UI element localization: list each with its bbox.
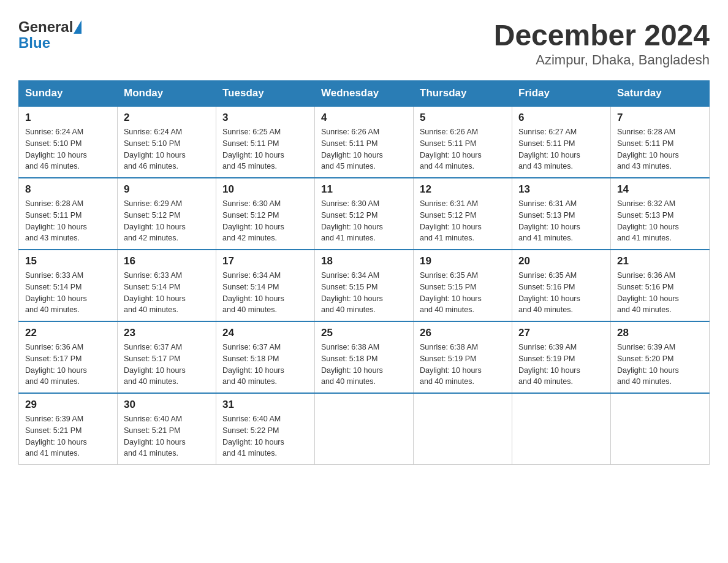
title-section: December 2024 Azimpur, Dhaka, Bangladesh [494, 18, 710, 68]
day-number: 28 [617, 327, 703, 339]
day-number: 19 [420, 255, 506, 267]
calendar-cell: 20 Sunrise: 6:35 AM Sunset: 5:16 PM Dayl… [512, 250, 611, 321]
calendar-subtitle: Azimpur, Dhaka, Bangladesh [494, 52, 710, 68]
week-row-4: 22 Sunrise: 6:36 AM Sunset: 5:17 PM Dayl… [19, 321, 710, 393]
day-number: 4 [321, 112, 407, 124]
week-row-2: 8 Sunrise: 6:28 AM Sunset: 5:11 PM Dayli… [19, 178, 710, 250]
day-info: Sunrise: 6:39 AM Sunset: 5:21 PM Dayligh… [25, 413, 111, 459]
calendar-cell: 15 Sunrise: 6:33 AM Sunset: 5:14 PM Dayl… [19, 250, 118, 321]
day-info: Sunrise: 6:37 AM Sunset: 5:18 PM Dayligh… [222, 342, 308, 388]
weekday-header-saturday: Saturday [611, 81, 710, 107]
day-number: 15 [25, 255, 111, 267]
day-number: 11 [321, 183, 407, 196]
day-info: Sunrise: 6:40 AM Sunset: 5:22 PM Dayligh… [222, 413, 308, 459]
calendar-cell: 7 Sunrise: 6:28 AM Sunset: 5:11 PM Dayli… [611, 106, 710, 178]
logo-blue-text: Blue [18, 34, 50, 52]
day-info: Sunrise: 6:24 AM Sunset: 5:10 PM Dayligh… [25, 126, 111, 172]
day-info: Sunrise: 6:33 AM Sunset: 5:14 PM Dayligh… [25, 270, 111, 316]
day-number: 1 [25, 112, 111, 124]
weekday-header-sunday: Sunday [19, 81, 118, 107]
day-number: 16 [124, 255, 210, 267]
calendar-cell [315, 393, 414, 465]
weekday-header-friday: Friday [512, 81, 611, 107]
logo-line1: General [18, 18, 82, 36]
day-info: Sunrise: 6:27 AM Sunset: 5:11 PM Dayligh… [518, 126, 604, 172]
calendar-cell: 21 Sunrise: 6:36 AM Sunset: 5:16 PM Dayl… [611, 250, 710, 321]
day-info: Sunrise: 6:31 AM Sunset: 5:13 PM Dayligh… [518, 198, 604, 244]
day-number: 24 [222, 327, 308, 339]
day-info: Sunrise: 6:33 AM Sunset: 5:14 PM Dayligh… [124, 270, 210, 316]
calendar-cell: 22 Sunrise: 6:36 AM Sunset: 5:17 PM Dayl… [19, 321, 118, 393]
day-number: 2 [124, 112, 210, 124]
calendar-cell: 28 Sunrise: 6:39 AM Sunset: 5:20 PM Dayl… [611, 321, 710, 393]
day-number: 25 [321, 327, 407, 339]
calendar-table: SundayMondayTuesdayWednesdayThursdayFrid… [18, 80, 710, 465]
calendar-cell: 4 Sunrise: 6:26 AM Sunset: 5:11 PM Dayli… [315, 106, 414, 178]
calendar-cell: 17 Sunrise: 6:34 AM Sunset: 5:14 PM Dayl… [216, 250, 315, 321]
day-info: Sunrise: 6:35 AM Sunset: 5:16 PM Dayligh… [518, 270, 604, 316]
day-number: 14 [617, 183, 703, 196]
day-number: 21 [617, 255, 703, 267]
day-number: 17 [222, 255, 308, 267]
day-number: 20 [518, 255, 604, 267]
day-info: Sunrise: 6:30 AM Sunset: 5:12 PM Dayligh… [222, 198, 308, 244]
day-number: 10 [222, 183, 308, 196]
day-info: Sunrise: 6:28 AM Sunset: 5:11 PM Dayligh… [25, 198, 111, 244]
calendar-cell: 29 Sunrise: 6:39 AM Sunset: 5:21 PM Dayl… [19, 393, 118, 465]
day-info: Sunrise: 6:40 AM Sunset: 5:21 PM Dayligh… [124, 413, 210, 459]
day-info: Sunrise: 6:26 AM Sunset: 5:11 PM Dayligh… [420, 126, 506, 172]
weekday-header-tuesday: Tuesday [216, 81, 315, 107]
day-info: Sunrise: 6:39 AM Sunset: 5:19 PM Dayligh… [518, 342, 604, 388]
calendar-cell: 31 Sunrise: 6:40 AM Sunset: 5:22 PM Dayl… [216, 393, 315, 465]
logo: General Blue [18, 18, 82, 52]
day-number: 18 [321, 255, 407, 267]
day-number: 13 [518, 183, 604, 196]
calendar-cell: 14 Sunrise: 6:32 AM Sunset: 5:13 PM Dayl… [611, 178, 710, 250]
weekday-header-thursday: Thursday [414, 81, 512, 107]
day-number: 30 [124, 399, 210, 411]
calendar-cell: 6 Sunrise: 6:27 AM Sunset: 5:11 PM Dayli… [512, 106, 611, 178]
calendar-cell: 8 Sunrise: 6:28 AM Sunset: 5:11 PM Dayli… [19, 178, 118, 250]
day-number: 29 [25, 399, 111, 411]
calendar-cell: 10 Sunrise: 6:30 AM Sunset: 5:12 PM Dayl… [216, 178, 315, 250]
calendar-cell: 11 Sunrise: 6:30 AM Sunset: 5:12 PM Dayl… [315, 178, 414, 250]
day-number: 3 [222, 112, 308, 124]
calendar-cell: 1 Sunrise: 6:24 AM Sunset: 5:10 PM Dayli… [19, 106, 118, 178]
calendar-cell: 30 Sunrise: 6:40 AM Sunset: 5:21 PM Dayl… [118, 393, 216, 465]
calendar-cell: 16 Sunrise: 6:33 AM Sunset: 5:14 PM Dayl… [118, 250, 216, 321]
day-number: 9 [124, 183, 210, 196]
day-info: Sunrise: 6:36 AM Sunset: 5:16 PM Dayligh… [617, 270, 703, 316]
logo-triangle-icon [74, 20, 82, 34]
week-row-3: 15 Sunrise: 6:33 AM Sunset: 5:14 PM Dayl… [19, 250, 710, 321]
day-info: Sunrise: 6:24 AM Sunset: 5:10 PM Dayligh… [124, 126, 210, 172]
day-info: Sunrise: 6:25 AM Sunset: 5:11 PM Dayligh… [222, 126, 308, 172]
day-number: 12 [420, 183, 506, 196]
week-row-5: 29 Sunrise: 6:39 AM Sunset: 5:21 PM Dayl… [19, 393, 710, 465]
day-number: 22 [25, 327, 111, 339]
day-number: 6 [518, 112, 604, 124]
calendar-cell: 13 Sunrise: 6:31 AM Sunset: 5:13 PM Dayl… [512, 178, 611, 250]
day-info: Sunrise: 6:38 AM Sunset: 5:19 PM Dayligh… [420, 342, 506, 388]
day-number: 8 [25, 183, 111, 196]
day-info: Sunrise: 6:36 AM Sunset: 5:17 PM Dayligh… [25, 342, 111, 388]
day-info: Sunrise: 6:29 AM Sunset: 5:12 PM Dayligh… [124, 198, 210, 244]
day-number: 26 [420, 327, 506, 339]
day-info: Sunrise: 6:28 AM Sunset: 5:11 PM Dayligh… [617, 126, 703, 172]
day-info: Sunrise: 6:39 AM Sunset: 5:20 PM Dayligh… [617, 342, 703, 388]
calendar-cell: 9 Sunrise: 6:29 AM Sunset: 5:12 PM Dayli… [118, 178, 216, 250]
calendar-cell: 23 Sunrise: 6:37 AM Sunset: 5:17 PM Dayl… [118, 321, 216, 393]
logo-general-text: General [18, 18, 73, 36]
calendar-cell [414, 393, 512, 465]
calendar-cell: 27 Sunrise: 6:39 AM Sunset: 5:19 PM Dayl… [512, 321, 611, 393]
calendar-cell [611, 393, 710, 465]
calendar-cell: 3 Sunrise: 6:25 AM Sunset: 5:11 PM Dayli… [216, 106, 315, 178]
calendar-title: December 2024 [494, 18, 710, 52]
day-info: Sunrise: 6:34 AM Sunset: 5:15 PM Dayligh… [321, 270, 407, 316]
week-row-1: 1 Sunrise: 6:24 AM Sunset: 5:10 PM Dayli… [19, 106, 710, 178]
calendar-cell [512, 393, 611, 465]
calendar-cell: 5 Sunrise: 6:26 AM Sunset: 5:11 PM Dayli… [414, 106, 512, 178]
day-info: Sunrise: 6:26 AM Sunset: 5:11 PM Dayligh… [321, 126, 407, 172]
calendar-cell: 18 Sunrise: 6:34 AM Sunset: 5:15 PM Dayl… [315, 250, 414, 321]
day-info: Sunrise: 6:38 AM Sunset: 5:18 PM Dayligh… [321, 342, 407, 388]
calendar-cell: 26 Sunrise: 6:38 AM Sunset: 5:19 PM Dayl… [414, 321, 512, 393]
